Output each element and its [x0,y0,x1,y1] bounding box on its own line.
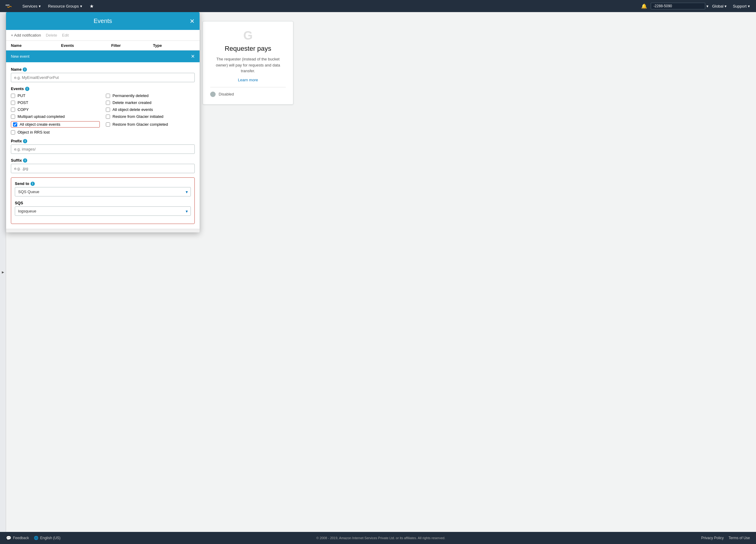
send-to-select-wrapper: SQS Queue SNS Topic Lambda Function [15,187,191,197]
copyright-text: © 2008 - 2019, Amazon Internet Services … [60,536,701,540]
events-modal: Events ✕ + Add notification Delete Edit … [6,12,200,233]
modal-toolbar: + Add notification Delete Edit [6,30,200,41]
privacy-policy-link[interactable]: Privacy Policy [701,536,724,540]
checkbox-all-create: All object create events [11,121,100,128]
language-label: English (US) [40,536,60,540]
checkbox-restore-comp: Restore from Glacier completed [106,121,195,128]
modal-title: Events [93,18,112,24]
suffix-input[interactable] [11,164,195,173]
events-label: Events i [11,86,195,91]
sqs-select-wrapper: logsqueue [15,207,191,216]
restore-comp-checkbox[interactable] [106,122,110,127]
suffix-group: Suffix i [11,158,195,173]
chevron-down-icon: ▾ [80,4,82,8]
modal-close-button[interactable]: ✕ [190,18,195,25]
aws-logo[interactable]: aws [4,2,15,10]
learn-more-link[interactable]: Learn more [210,78,286,82]
checkbox-put: PUT [11,93,100,98]
prefix-label: Prefix i [11,139,195,143]
put-checkbox[interactable] [11,94,15,98]
modal-header: Events ✕ [6,12,200,30]
top-navigation: aws Services ▾ Resource Groups ▾ ★ 🔔 ▾ G… [0,0,756,12]
send-to-group: Send to i SQS Queue SNS Topic Lambda Fun… [15,181,191,197]
perm-del-checkbox[interactable] [106,94,110,98]
chevron-down-icon: ▾ [725,4,727,8]
chevron-down-icon: ▾ [748,4,750,8]
send-to-section: Send to i SQS Queue SNS Topic Lambda Fun… [11,178,195,224]
toggle-label: Disabled [219,92,234,96]
del-marker-checkbox[interactable] [106,101,110,105]
sidebar-toggle[interactable]: ▶ [0,12,6,532]
toggle-circle[interactable] [210,92,216,97]
new-event-row: New event ✕ [6,51,200,62]
rrs-checkbox[interactable] [11,130,15,135]
nav-resource-groups[interactable]: Resource Groups ▾ [46,0,85,12]
name-label: Name i [11,67,195,72]
requester-icon: G [210,29,286,42]
events-info-icon[interactable]: i [25,87,29,91]
checkbox-rrs: Object in RRS lost [11,130,100,135]
bottom-left: 💬 Feedback 🌐 English (US) [6,536,60,540]
requester-title: Requester pays [210,45,286,53]
prefix-info-icon[interactable]: i [23,139,27,143]
table-header: Name Events Filter Type [6,41,200,51]
sqs-select[interactable]: logsqueue [15,207,191,216]
edit-button[interactable]: Edit [62,33,69,37]
name-group: Name i [11,67,195,82]
nav-support[interactable]: Support ▾ [730,0,752,12]
multipart-checkbox[interactable] [11,115,15,119]
requester-pays-card: G Requester pays The requester (instead … [203,21,293,105]
chevron-down-icon[interactable]: ▾ [706,4,709,8]
feedback-item[interactable]: 💬 Feedback [6,536,29,540]
chat-icon: 💬 [6,536,11,540]
favorites-icon[interactable]: ★ [87,3,96,9]
new-event-close-button[interactable]: ✕ [191,54,195,59]
nav-services[interactable]: Services ▾ [20,0,43,12]
events-group: Events i PUT Permanently deleted [11,86,195,135]
restore-init-checkbox[interactable] [106,115,110,119]
nav-global[interactable]: Global ▾ [710,0,729,12]
svg-text:aws: aws [5,4,9,6]
language-item[interactable]: 🌐 English (US) [34,536,60,540]
main-area: ▶ Events ✕ + Add notification Delete Edi… [0,12,756,532]
send-to-info-icon[interactable]: i [31,182,35,186]
checkbox-all-del: All object delete events [106,107,195,112]
send-to-label: Send to i [15,181,191,186]
checkbox-multipart: Multipart upload completed [11,114,100,119]
checkbox-restore-init: Restore from Glacier initiated [106,114,195,119]
bottom-right: Privacy Policy Terms of Use [701,536,750,540]
toggle-row: Disabled [210,92,286,97]
bottom-bar: 💬 Feedback 🌐 English (US) © 2008 - 2019,… [0,532,756,544]
modal-scroll [6,229,200,233]
post-checkbox[interactable] [11,101,15,105]
name-info-icon[interactable]: i [23,67,27,72]
add-notification-button[interactable]: + Add notification [11,33,41,37]
chevron-down-icon: ▾ [39,4,41,8]
name-input[interactable] [11,73,195,82]
copy-checkbox[interactable] [11,108,15,112]
prefix-group: Prefix i [11,139,195,154]
checkbox-perm-del: Permanently deleted [106,93,195,98]
terms-of-use-link[interactable]: Terms of Use [728,536,750,540]
delete-button[interactable]: Delete [46,33,57,37]
sqs-label: SQS [15,201,191,205]
suffix-info-icon[interactable]: i [23,158,27,163]
feedback-label: Feedback [13,536,29,540]
requester-description: The requester (instead of the bucket own… [210,56,286,74]
account-search[interactable] [651,3,705,9]
modal-form: Name i Events i PUT [6,62,200,229]
all-del-checkbox[interactable] [106,108,110,112]
suffix-label: Suffix i [11,158,195,163]
events-grid: PUT Permanently deleted POST Delete mark… [11,93,195,135]
checkbox-copy: COPY [11,107,100,112]
globe-icon: 🌐 [34,536,38,540]
sqs-group: SQS logsqueue [15,201,191,216]
checkbox-post: POST [11,100,100,105]
all-create-checkbox[interactable] [13,122,17,127]
prefix-input[interactable] [11,145,195,154]
bell-icon[interactable]: 🔔 [639,3,650,9]
send-to-select[interactable]: SQS Queue SNS Topic Lambda Function [15,187,191,197]
checkbox-del-marker: Delete marker created [106,100,195,105]
card-divider [210,87,286,87]
